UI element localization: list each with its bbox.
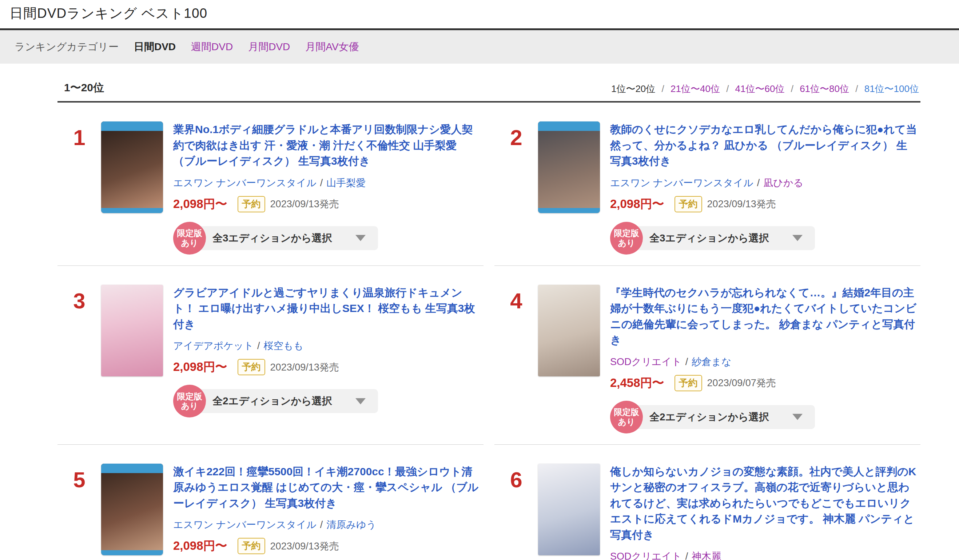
edition-row: 限定版あり 全3エディションから選択 [173,222,480,255]
product-title-link[interactable]: グラビアアイドルと過ごすヤリまくり温泉旅行ドキュメント！ エロ曝け出すハメ撮り中… [173,285,480,332]
cover-thumbnail[interactable] [101,464,163,555]
meta-separator: / [320,519,323,530]
rank-number: 6 [494,464,538,492]
ranking-item: 4 『学生時代のセクハラが忘れられなくて…。』結婚2年目の主婦が十数年ぶりにもう… [494,266,921,445]
cover-thumbnail[interactable] [101,121,163,213]
rank-number: 1 [57,121,101,150]
rank-number: 3 [57,285,101,313]
maker-link[interactable]: SODクリエイト [610,356,682,367]
pagination-separator: / [855,83,858,94]
maker-actress-line: エスワン ナンバーワンスタイル/清原みゆう [173,518,480,531]
page-link-81-100[interactable]: 81位〜100位 [864,83,919,94]
ranking-category-nav: ランキングカテゴリー 日間DVD 週間DVD 月間DVD 月間AV女優 [0,30,959,64]
actress-link[interactable]: 桜空もも [264,340,303,351]
cover-thumbnail[interactable] [538,464,600,555]
edition-select-label: 全3エディションから選択 [649,231,769,245]
maker-actress-line: SODクリエイト/紗倉まな [610,355,917,368]
product-title-link[interactable]: 『学生時代のセクハラが忘れられなくて…。』結婚2年目の主婦が十数年ぶりにもう一度… [610,285,917,348]
rank-number: 2 [494,121,538,150]
product-title-link[interactable]: 俺しか知らないカノジョの変態な素顔。社内で美人と評判のKサンと秘密のオフィスラブ… [610,464,917,543]
ranking-content: 1〜20位 1位〜20位 / 21位〜40位 / 41位〜60位 / 61位〜8… [57,80,921,560]
price: 2,458円〜 [610,375,664,391]
price-row: 2,098円〜 予約 2023/09/13発売 [610,196,917,212]
page-header: 日間DVDランキング ベスト100 [0,0,959,29]
meta-separator: / [320,177,323,188]
price: 2,098円〜 [173,196,227,212]
edition-select[interactable]: 全3エディションから選択 [631,226,815,250]
caret-down-icon [355,235,366,241]
tab-monthly-av-actress[interactable]: 月間AV女優 [305,40,359,54]
product-title-link[interactable]: 教師のくせにクソデカなエロ乳してんだから俺らに犯●れて当然って、分かるよね？ 凪… [610,121,917,169]
product-title-link[interactable]: 業界No.1ボディ細腰グラドルと本番アリ回数制限ナシ愛人契約で肉欲はき出す 汗・… [173,121,480,169]
list-header: 1〜20位 1位〜20位 / 21位〜40位 / 41位〜60位 / 61位〜8… [57,80,921,103]
caret-down-icon [792,414,803,420]
product-title-link[interactable]: 激イキ222回！痙攣5500回！イキ潮2700cc！最強シロウト清原みゆうエロス… [173,464,480,511]
pagination-separator: / [791,83,793,94]
maker-link[interactable]: エスワン ナンバーワンスタイル [173,519,317,530]
ranking-item: 3 グラビアアイドルと過ごすヤリまくり温泉旅行ドキュメント！ エロ曝け出すハメ撮… [57,266,484,445]
ranking-item: 1 業界No.1ボディ細腰グラドルと本番アリ回数制限ナシ愛人契約で肉欲はき出す … [57,103,484,266]
pagination-separator: / [726,83,729,94]
edition-select[interactable]: 全2エディションから選択 [631,405,815,429]
price: 2,098円〜 [173,538,227,554]
caret-down-icon [792,235,803,241]
page-title: 日間DVDランキング ベスト100 [10,4,959,22]
page-link-41-60[interactable]: 41位〜60位 [735,83,785,94]
maker-link[interactable]: エスワン ナンバーワンスタイル [173,177,317,188]
maker-actress-line: SODクリエイト/神木麗 [610,550,917,560]
price-row: 2,098円〜 予約 2023/09/13発売 [173,196,480,212]
page-link-61-80[interactable]: 61位〜80位 [800,83,849,94]
limited-edition-badge: 限定版あり [173,385,206,417]
caret-down-icon [355,398,366,404]
release-date: 2023/09/13発売 [707,197,776,210]
price-row: 2,098円〜 予約 2023/09/13発売 [173,538,480,554]
maker-actress-line: エスワン ナンバーワンスタイル/山手梨愛 [173,177,480,189]
pagination-separator: / [662,83,664,94]
ranking-item: 5 激イキ222回！痙攣5500回！イキ潮2700cc！最強シロウト清原みゆうエ… [57,445,484,560]
limited-edition-badge: 限定版あり [173,222,206,255]
reserve-badge: 予約 [674,375,702,391]
tab-weekly-dvd[interactable]: 週間DVD [191,40,233,54]
actress-link[interactable]: 凪ひかる [763,177,803,188]
actress-link[interactable]: 清原みゆう [327,519,376,530]
cover-thumbnail[interactable] [538,285,600,376]
cover-thumbnail[interactable] [538,121,600,213]
maker-link[interactable]: アイデアポケット [173,340,253,351]
category-nav-label: ランキングカテゴリー [14,40,119,54]
price-row: 2,458円〜 予約 2023/09/07発売 [610,375,917,391]
limited-edition-badge: 限定版あり [610,222,643,255]
cover-thumbnail[interactable] [101,285,163,376]
tab-daily-dvd[interactable]: 日間DVD [134,40,176,54]
meta-separator: / [685,551,688,560]
ranking-item: 6 俺しか知らないカノジョの変態な素顔。社内で美人と評判のKサンと秘密のオフィス… [494,445,921,560]
reserve-badge: 予約 [237,196,265,212]
maker-actress-line: アイデアポケット/桜空もも [173,339,480,352]
actress-link[interactable]: 神木麗 [691,551,721,560]
actress-link[interactable]: 山手梨愛 [327,177,366,188]
reserve-badge: 予約 [237,538,265,554]
reserve-badge: 予約 [674,196,702,212]
meta-separator: / [257,340,260,351]
release-date: 2023/09/07発売 [707,376,776,390]
edition-select-label: 全2エディションから選択 [212,394,332,408]
edition-row: 限定版あり 全2エディションから選択 [610,401,917,433]
tab-monthly-dvd[interactable]: 月間DVD [248,40,290,54]
reserve-badge: 予約 [237,359,265,375]
actress-link[interactable]: 紗倉まな [691,356,731,367]
limited-edition-badge: 限定版あり [610,401,643,433]
maker-link[interactable]: エスワン ナンバーワンスタイル [610,177,754,188]
release-date: 2023/09/13発売 [270,539,339,553]
rank-number: 5 [57,464,101,492]
meta-separator: / [685,356,688,367]
page-link-1-20: 1位〜20位 [611,83,655,94]
rank-pagination: 1位〜20位 / 21位〜40位 / 41位〜60位 / 61位〜80位 / 8… [611,83,919,95]
maker-actress-line: エスワン ナンバーワンスタイル/凪ひかる [610,177,917,189]
rank-number: 4 [494,285,538,313]
edition-select-label: 全2エディションから選択 [649,410,769,424]
maker-link[interactable]: SODクリエイト [610,551,682,560]
edition-select[interactable]: 全2エディションから選択 [194,389,378,413]
page-link-21-40[interactable]: 21位〜40位 [671,83,720,94]
range-heading: 1〜20位 [64,80,104,95]
release-date: 2023/09/13発売 [270,197,339,210]
edition-select[interactable]: 全3エディションから選択 [194,226,378,250]
